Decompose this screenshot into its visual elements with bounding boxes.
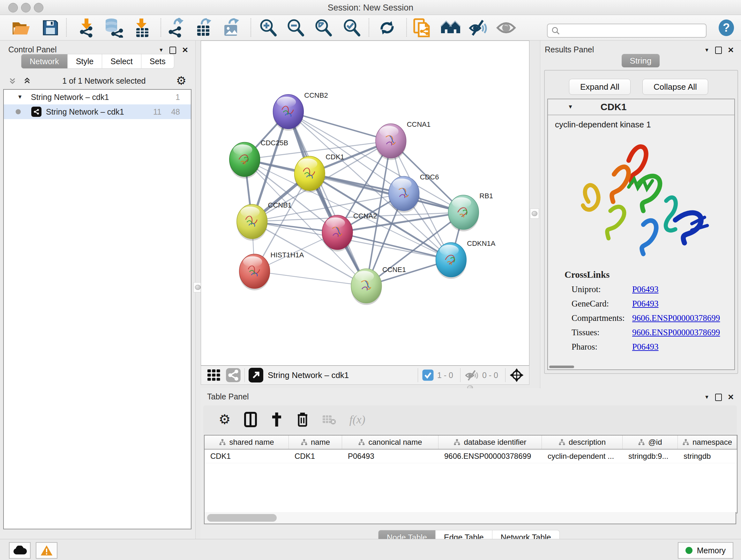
duplicate-network-icon[interactable] (412, 18, 432, 38)
show-all-networks-icon[interactable] (441, 20, 461, 36)
zoom-selected-icon[interactable] (342, 18, 361, 37)
network-edge-CCNB2-CCNE1[interactable] (288, 112, 366, 286)
grid-view-icon[interactable] (207, 369, 221, 381)
network-share-view-icon[interactable] (226, 368, 241, 382)
column-header-id[interactable]: @id (623, 435, 678, 449)
zoom-out-icon[interactable] (286, 18, 305, 37)
table-panel-menu-icon[interactable]: ▼ (704, 394, 710, 400)
open-session-icon[interactable] (12, 19, 31, 37)
collapse-all-icon[interactable] (8, 76, 17, 85)
table-cell[interactable]: stringdb (678, 449, 737, 463)
detach-view-icon[interactable] (249, 368, 263, 382)
selected-checkbox-icon[interactable] (422, 369, 434, 381)
column-header-namespace[interactable]: namespace (678, 435, 737, 449)
search-box[interactable] (547, 23, 706, 38)
network-edge-CCNB2-CCNA1[interactable] (288, 112, 391, 141)
column-header-canonicalname[interactable]: canonical name (342, 435, 439, 449)
table-row[interactable]: CDK1CDK1P064939606.ENSP00000378699cyclin… (205, 449, 737, 463)
network-options-gear-icon[interactable]: ⚙ (176, 75, 186, 86)
show-hidden-icon[interactable] (496, 21, 516, 35)
column-header-sharedname[interactable]: shared name (205, 435, 289, 449)
tab-select[interactable]: Select (102, 54, 141, 69)
export-table-icon[interactable] (194, 18, 212, 38)
add-column-icon[interactable] (270, 412, 283, 427)
column-header-databaseidentifier[interactable]: database identifier (439, 435, 542, 449)
table-panel-close-icon[interactable]: ✕ (728, 393, 734, 401)
network-edge-CCNE1-HIST1H1A[interactable] (255, 271, 366, 286)
control-panel-float-icon[interactable] (170, 47, 176, 54)
column-header-description[interactable]: description (542, 435, 623, 449)
warning-status-button[interactable] (36, 542, 57, 559)
results-panel-float-icon[interactable] (715, 47, 722, 54)
string-results-box: Expand All Collapse All ▼ CDK1 cyclin-de… (544, 70, 738, 374)
zoom-in-icon[interactable] (259, 18, 277, 37)
network-node-CCNA1[interactable]: CCNA1 (376, 120, 430, 160)
network-node-CDC6[interactable]: CDC6 (389, 173, 439, 212)
import-table-icon[interactable] (133, 18, 151, 38)
results-panel-close-icon[interactable]: ✕ (728, 46, 734, 55)
refresh-icon[interactable] (378, 19, 396, 37)
hidden-eye-icon[interactable] (464, 369, 479, 381)
delete-table-icon (322, 414, 336, 425)
table-cell[interactable]: 9606.ENSP00000378699 (439, 449, 542, 463)
network-node-HIST1H1A[interactable]: HIST1H1A (239, 251, 304, 291)
crosslink-link[interactable]: 9606.ENSP00000378699 (632, 313, 720, 323)
search-input[interactable] (560, 26, 699, 36)
crosslink-link[interactable]: P06493 (632, 285, 659, 294)
crosslink-link[interactable]: 9606.ENSP00000378699 (632, 327, 720, 337)
network-node-CCNA2[interactable]: CCNA2 (322, 212, 377, 252)
table-cell[interactable]: P06493 (342, 449, 439, 463)
birds-eye-crosshair-icon[interactable] (509, 368, 524, 382)
control-panel-close-icon[interactable]: ✕ (182, 46, 188, 55)
expand-all-button[interactable]: Expand All (569, 79, 630, 95)
table-hscrollbar-thumb[interactable] (207, 514, 277, 522)
expand-all-icon[interactable] (22, 76, 32, 85)
table-cell[interactable]: CDK1 (289, 449, 342, 463)
collapse-all-button[interactable]: Collapse All (643, 79, 708, 95)
memory-button[interactable]: Memory (678, 542, 733, 559)
table-cell[interactable]: CDK1 (205, 449, 289, 463)
tree-expand-icon[interactable]: ▼ (17, 94, 23, 100)
network-node-CCNB2[interactable]: CCNB2 (273, 91, 328, 131)
gene-section-header[interactable]: ▼ CDK1 (548, 99, 734, 115)
network-canvas[interactable]: CCNB2 CCNA1 CDC25B CDK1 CDC6 (201, 41, 529, 366)
export-image-icon[interactable] (222, 18, 240, 38)
delete-column-trash-icon[interactable] (296, 412, 309, 427)
results-panel-menu-icon[interactable]: ▼ (704, 47, 710, 53)
toolbar-separator (251, 18, 251, 37)
crosslink-label: Compartments: (571, 313, 632, 323)
show-columns-icon[interactable] (244, 412, 257, 427)
network-node-CDKN1A[interactable]: CDKN1A (436, 240, 495, 279)
help-icon[interactable]: ? (718, 19, 735, 37)
column-label: name (311, 438, 330, 447)
table-cell[interactable]: cyclin-dependent ... (542, 449, 623, 463)
network-node-RB1[interactable]: RB1 (448, 192, 493, 232)
results-scrollbar[interactable] (549, 366, 574, 368)
import-network-icon[interactable] (77, 18, 96, 38)
zoom-fit-icon[interactable] (314, 18, 333, 37)
tab-network[interactable]: Network (21, 54, 68, 69)
tab-sets[interactable]: Sets (141, 54, 174, 69)
table-hscrollbar[interactable] (204, 512, 736, 524)
save-session-icon[interactable] (42, 19, 59, 37)
control-panel-menu-icon[interactable]: ▼ (158, 47, 164, 53)
export-network-icon[interactable] (165, 18, 185, 38)
network-type-icon (31, 107, 42, 117)
import-network-from-database-icon[interactable] (103, 18, 124, 38)
crosslink-link[interactable]: P06493 (632, 299, 659, 309)
crosslink-link[interactable]: P06493 (632, 342, 659, 352)
network-collection-row[interactable]: ▼ String Network – cdk1 1 (4, 90, 191, 105)
gene-collapse-icon[interactable]: ▼ (568, 104, 573, 110)
table-panel-float-icon[interactable] (715, 394, 722, 401)
hide-selected-icon[interactable] (469, 19, 488, 37)
tab-string[interactable]: String (622, 54, 660, 67)
right-splitter-handle[interactable] (530, 208, 539, 219)
cloud-status-button[interactable] (9, 542, 30, 559)
tab-style[interactable]: Style (68, 54, 103, 69)
crosslink-row: Compartments:9606.ENSP00000378699 (571, 313, 734, 323)
table-options-gear-icon[interactable]: ⚙ (219, 413, 231, 426)
column-header-name[interactable]: name (289, 435, 342, 449)
network-row-selected[interactable]: String Network – cdk1 11 48 (4, 105, 191, 119)
table-cell[interactable]: stringdb:9... (623, 449, 678, 463)
network-node-CCNE1[interactable]: CCNE1 (351, 266, 406, 305)
